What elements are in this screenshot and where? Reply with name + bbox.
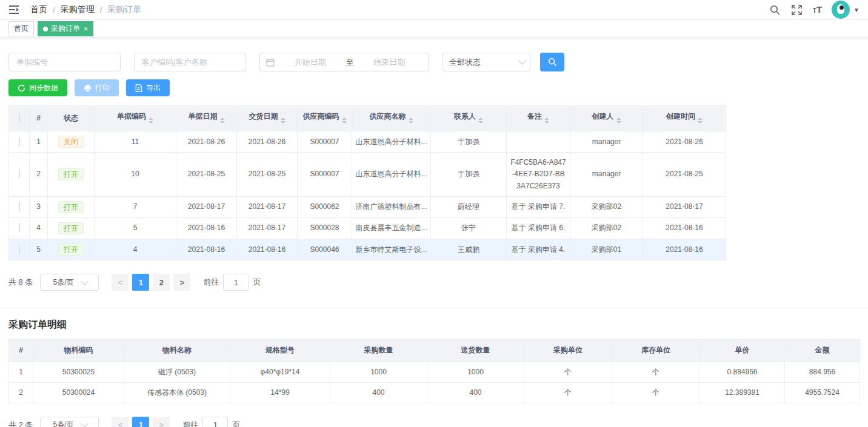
breadcrumb-purchase-mgmt[interactable]: 采购管理 <box>61 4 95 15</box>
orders-table-row[interactable]: 4打开52021-08-162021-08-17S000028南皮县晨丰五金制造… <box>9 217 726 239</box>
tab-purchase-order[interactable]: 采购订单 × <box>38 21 93 36</box>
sort-caret-icon[interactable] <box>281 115 285 126</box>
refresh-icon <box>18 84 25 92</box>
orders-cell-supplier-code: S000062 <box>298 196 352 217</box>
row-checkbox[interactable] <box>19 202 20 211</box>
search-button[interactable] <box>540 53 564 71</box>
status-badge: 打开 <box>58 201 84 213</box>
orders-column-header[interactable]: 单据日期 <box>176 106 237 131</box>
sort-caret-icon[interactable] <box>698 115 703 126</box>
orders-column-header[interactable]: 备注 <box>507 106 570 131</box>
caret-down-icon: ▼ <box>853 7 860 13</box>
next-page-button[interactable]: > <box>173 274 190 291</box>
date-range-picker[interactable]: 开始日期 至 结束日期 <box>259 53 429 71</box>
orders-table-row[interactable]: 1关闭112021-08-262021-08-26S000007山东道恩高分子材… <box>9 131 726 153</box>
sort-caret-icon[interactable] <box>342 115 347 126</box>
detail-total-count: 共 2 条 <box>8 420 33 427</box>
start-date-placeholder[interactable]: 开始日期 <box>277 57 344 68</box>
page-number-button[interactable]: 1 <box>132 274 149 291</box>
sort-caret-icon[interactable] <box>478 115 483 126</box>
orders-table-row[interactable]: 2打开102021-08-252021-08-25S000007山东道恩高分子材… <box>9 153 726 197</box>
detail-cell-price: 0.884956 <box>700 362 785 382</box>
orders-column-label: 创建时间 <box>666 112 695 121</box>
sort-caret-icon[interactable] <box>544 115 549 126</box>
orders-column-header[interactable]: 供应商名称 <box>352 106 431 131</box>
section-divider <box>0 308 868 308</box>
font-size-icon[interactable]: TT <box>813 5 822 15</box>
orders-column-header[interactable]: 创建人 <box>570 106 643 131</box>
tab-home[interactable]: 首页 <box>8 21 34 36</box>
row-checkbox[interactable] <box>19 169 20 179</box>
print-button[interactable]: 打印 <box>75 79 119 96</box>
sort-caret-icon[interactable] <box>409 115 413 126</box>
orders-goto-input[interactable] <box>223 274 249 291</box>
customer-input[interactable] <box>134 53 246 71</box>
row-checkbox[interactable] <box>19 223 20 233</box>
detail-goto-input[interactable] <box>202 417 228 427</box>
avatar[interactable] <box>832 1 850 19</box>
orders-cell-supplier-code: S000007 <box>298 131 352 153</box>
export-button[interactable]: 导出 <box>126 79 170 96</box>
detail-column-header: 单价 <box>700 340 785 362</box>
orders-cell-supplier-name: 济南广德塑料制品有... <box>352 196 431 217</box>
orders-column-header[interactable]: 供应商编码 <box>298 106 352 131</box>
detail-page-size-select[interactable]: 5条/页 <box>40 417 99 427</box>
detail-table-body: 150300025磁浮 (0503)φ40*φ19*1410001000个个0.… <box>9 362 860 403</box>
order-no-input[interactable] <box>8 53 121 71</box>
detail-table-row[interactable]: 150300025磁浮 (0503)φ40*φ19*1410001000个个0.… <box>9 362 860 382</box>
user-menu[interactable]: ▼ <box>832 1 860 19</box>
orders-column-header[interactable]: 单据编码 <box>95 106 176 131</box>
orders-cell-create-time: 2021-08-16 <box>643 217 726 239</box>
orders-cell-order-date: 2021-08-26 <box>176 131 237 153</box>
search-icon[interactable] <box>769 4 781 16</box>
prev-page-button[interactable]: < <box>112 274 129 291</box>
orders-row-select-cell[interactable] <box>9 196 30 217</box>
detail-cell-spec: 14*99 <box>230 382 330 403</box>
detail-cell-purchase-unit: 个 <box>524 382 612 403</box>
orders-table-row[interactable]: 3打开72021-08-172021-08-17S000062济南广德塑料制品有… <box>9 196 726 217</box>
next-page-button[interactable]: > <box>153 417 170 427</box>
sort-caret-icon[interactable] <box>220 115 225 126</box>
sync-data-button[interactable]: 同步数据 <box>8 79 67 96</box>
sort-caret-icon[interactable] <box>149 115 153 126</box>
orders-cell-supplier-code: S000007 <box>298 153 352 197</box>
orders-column-header[interactable]: 联系人 <box>431 106 507 131</box>
row-checkbox[interactable] <box>19 137 20 147</box>
orders-cell-status: 打开 <box>48 239 95 260</box>
page-number-button[interactable]: 1 <box>132 417 149 427</box>
select-all-checkbox[interactable] <box>19 113 20 123</box>
orders-pager: <12> <box>110 274 192 291</box>
page-number-button[interactable]: 2 <box>153 274 170 291</box>
sort-caret-icon[interactable] <box>616 115 621 126</box>
orders-cell-contact: 于加强 <box>431 131 507 153</box>
orders-row-select-cell[interactable] <box>9 239 30 260</box>
end-date-placeholder[interactable]: 结束日期 <box>356 57 423 68</box>
close-icon[interactable]: × <box>84 25 88 33</box>
detail-column-header: 采购单位 <box>524 340 612 362</box>
row-checkbox[interactable] <box>19 245 20 254</box>
detail-cell-amount: 884.956 <box>785 362 860 382</box>
detail-table-row[interactable]: 250300024传感器本体 (0503)14*99400400个个12.389… <box>9 382 860 403</box>
status-select[interactable]: 全部状态 <box>442 53 530 71</box>
orders-row-select-cell[interactable] <box>9 131 30 153</box>
orders-select-all-header <box>9 106 30 131</box>
orders-row-select-cell[interactable] <box>9 217 30 239</box>
orders-row-select-cell[interactable] <box>9 153 30 197</box>
hamburger-icon[interactable] <box>8 4 21 16</box>
document-icon <box>135 84 142 92</box>
orders-column-label: 联系人 <box>454 112 476 121</box>
fullscreen-icon[interactable] <box>791 4 803 16</box>
orders-cell-code: 5 <box>95 217 176 239</box>
order-detail-table: #物料编码物料名称规格型号采购数量送货数量采购单位库存单位单价金额 150300… <box>8 339 860 403</box>
orders-table-row[interactable]: 5打开42021-08-162021-08-16S000046新乡市特艾斯电子设… <box>9 239 726 260</box>
orders-column-header[interactable]: 创建时间 <box>643 106 726 131</box>
orders-table-body: 1关闭112021-08-262021-08-26S000007山东道恩高分子材… <box>9 131 726 260</box>
sort-ascending-icon <box>616 115 621 120</box>
search-icon <box>548 58 557 67</box>
sort-descending-icon <box>220 121 225 126</box>
breadcrumb-home[interactable]: 首页 <box>30 4 47 15</box>
prev-page-button[interactable]: < <box>112 417 129 427</box>
orders-column-label: 单据编码 <box>117 112 146 121</box>
orders-page-size-select[interactable]: 5条/页 <box>40 274 99 291</box>
orders-column-header[interactable]: 交货日期 <box>237 106 298 131</box>
